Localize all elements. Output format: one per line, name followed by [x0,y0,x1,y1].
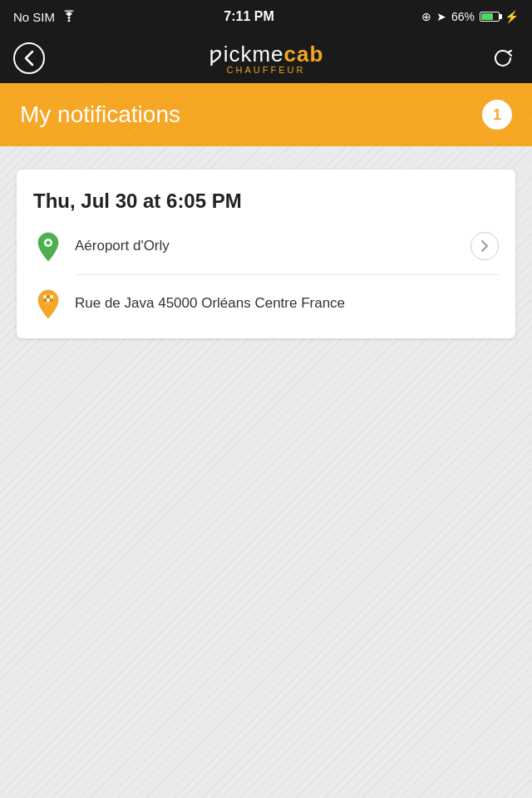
pickup-row: Aéroport d'Orly [33,231,499,261]
logo-chauffeur: CHAUFFEUR [227,65,306,75]
svg-point-2 [47,241,51,245]
location-icon: ➤ [436,10,446,23]
content-area: Thu, Jul 30 at 6:05 PM Aéroport d'Orly [0,146,532,798]
carrier-text: No SIM [13,10,55,24]
pickup-label: Aéroport d'Orly [75,238,499,254]
divider [75,274,499,275]
battery-percent: 66% [451,10,475,23]
status-time: 7:11 PM [224,9,273,24]
card-datetime: Thu, Jul 30 at 6:05 PM [33,190,499,213]
badge-count: 1 [493,106,501,124]
status-left: No SIM [13,10,76,24]
status-bar: No SIM 7:11 PM ⊕ ➤ 66% ⚡ [0,0,532,33]
notifications-badge: 1 [482,100,512,130]
battery-icon [480,12,500,22]
dropoff-row: Rue de Java 45000 Orléans Centre France [33,288,499,318]
lock-icon: ⊕ [421,10,431,23]
logo-me: me [252,42,283,66]
back-button[interactable] [13,42,45,74]
app-logo: ƿickmecab CHAUFFEUR [209,42,324,75]
notifications-title: My notifications [20,101,180,128]
status-right: ⊕ ➤ 66% ⚡ [421,10,519,23]
charging-icon: ⚡ [505,10,519,23]
dropoff-pin-icon [33,288,63,318]
dropoff-label: Rue de Java 45000 Orléans Centre France [75,295,499,312]
notifications-header: My notifications 1 [0,83,532,146]
logo-cab: cab [284,42,324,66]
svg-point-0 [68,19,71,22]
logo-pick: ƿick [209,42,253,66]
svg-rect-4 [47,295,50,298]
svg-rect-7 [47,298,50,302]
pickup-pin-icon [33,231,63,261]
nav-bar: ƿickmecab CHAUFFEUR [0,33,532,83]
notification-card[interactable]: Thu, Jul 30 at 6:05 PM Aéroport d'Orly [17,170,515,338]
card-chevron[interactable] [470,232,499,260]
refresh-button[interactable] [487,42,519,74]
wifi-icon [62,10,76,24]
